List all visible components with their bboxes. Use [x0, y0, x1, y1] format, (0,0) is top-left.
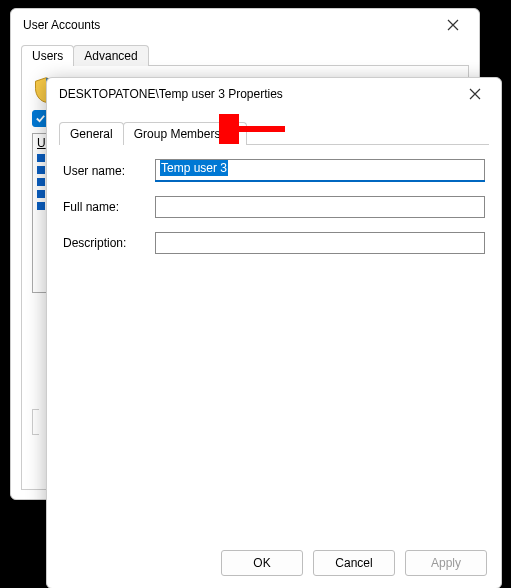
dialog-button-bar: OK Cancel Apply — [47, 538, 501, 588]
fullname-row: Full name: — [63, 196, 485, 218]
description-row: Description: — [63, 232, 485, 254]
close-icon — [469, 88, 481, 100]
fullname-label: Full name: — [63, 200, 155, 214]
tab-users[interactable]: Users — [21, 45, 74, 66]
tab-group-membership[interactable]: Group Membership — [123, 122, 248, 145]
general-tab-panel: User name: Temp user 3 Full name: Descri… — [59, 145, 489, 282]
list-item[interactable] — [37, 190, 45, 198]
list-item[interactable] — [37, 202, 45, 210]
list-item[interactable] — [37, 154, 45, 162]
ok-button[interactable]: OK — [221, 550, 303, 576]
username-value-selected: Temp user 3 — [160, 160, 228, 176]
description-label: Description: — [63, 236, 155, 250]
panel-fragment — [32, 409, 39, 435]
user-properties-dialog: DESKTOPATONE\Temp user 3 Properties Gene… — [46, 77, 502, 588]
username-focus-underline — [155, 180, 485, 182]
properties-close-button[interactable] — [457, 80, 493, 108]
properties-tabs: General Group Membership — [59, 118, 489, 145]
properties-titlebar: DESKTOPATONE\Temp user 3 Properties — [47, 78, 501, 110]
properties-body: General Group Membership User name: Temp… — [47, 110, 501, 538]
username-row: User name: Temp user 3 — [63, 159, 485, 182]
user-accounts-title: User Accounts — [23, 18, 100, 32]
tab-general[interactable]: General — [59, 122, 124, 145]
properties-title: DESKTOPATONE\Temp user 3 Properties — [59, 87, 283, 101]
apply-button[interactable]: Apply — [405, 550, 487, 576]
checkmark-icon — [35, 113, 46, 124]
user-accounts-titlebar: User Accounts — [11, 9, 479, 41]
fullname-field[interactable] — [155, 196, 485, 218]
username-label: User name: — [63, 164, 155, 178]
list-item[interactable] — [37, 178, 45, 186]
user-accounts-tabs: Users Advanced — [21, 41, 469, 66]
cancel-button[interactable]: Cancel — [313, 550, 395, 576]
description-field[interactable] — [155, 232, 485, 254]
username-field[interactable]: Temp user 3 — [155, 159, 485, 181]
close-icon — [447, 19, 459, 31]
tab-advanced[interactable]: Advanced — [73, 45, 148, 66]
list-item[interactable] — [37, 166, 45, 174]
user-accounts-close-button[interactable] — [435, 11, 471, 39]
